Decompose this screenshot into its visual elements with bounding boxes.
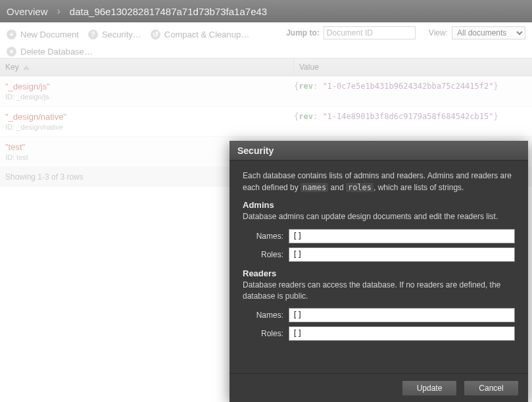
jump-view-bar: Jump to: View: All documents xyxy=(286,26,525,39)
table-row[interactable]: "_design/js" ID: _design/js {rev: "1-0c7… xyxy=(0,76,532,107)
readers-desc: Database readers can access the database… xyxy=(243,280,515,302)
new-document-button[interactable]: + New Document xyxy=(7,30,79,39)
compact-button[interactable]: ↺ Compact & Cleanup… xyxy=(151,30,249,39)
security-button[interactable]: ? Security… xyxy=(88,30,141,39)
code-names: names xyxy=(301,183,328,192)
doc-id: ID: _design/js xyxy=(5,93,294,101)
toolbar: + New Document ? Security… ↺ Compact & C… xyxy=(0,22,532,58)
plus-icon: + xyxy=(7,30,16,39)
doc-key: "_design/native" xyxy=(5,112,294,122)
view-select[interactable]: All documents xyxy=(452,26,525,39)
update-button[interactable]: Update xyxy=(402,380,457,396)
code-roles: roles xyxy=(346,183,374,192)
admins-names-input[interactable] xyxy=(289,229,515,243)
delete-database-button[interactable]: × Delete Database… xyxy=(7,47,93,57)
jump-to-label: Jump to: xyxy=(286,28,320,38)
column-header-value[interactable]: Value xyxy=(294,59,532,76)
breadcrumb: Overview › data_96e130282817487a71d73b73… xyxy=(0,0,532,22)
compact-label: Compact & Cleanup… xyxy=(164,30,249,39)
readers-heading: Readers xyxy=(243,268,515,278)
delete-database-label: Delete Database… xyxy=(20,47,93,57)
readers-names-input[interactable] xyxy=(289,308,515,322)
admins-heading: Admins xyxy=(243,200,515,210)
admins-desc: Database admins can update design docume… xyxy=(243,211,515,222)
doc-value: {rev: "1-14e8901b3f8d6c9179a58f684542cb1… xyxy=(294,112,527,131)
security-dialog: Security Each database contains lists of… xyxy=(230,141,528,402)
admins-roles-input[interactable] xyxy=(289,247,515,262)
table-row[interactable]: "_design/native" ID: _design/native {rev… xyxy=(0,107,532,137)
close-icon: × xyxy=(7,47,16,57)
jump-to-input[interactable] xyxy=(324,26,416,39)
breadcrumb-overview[interactable]: Overview xyxy=(7,6,48,17)
dialog-title: Security xyxy=(230,141,528,161)
column-header-key-label: Key xyxy=(5,63,19,72)
readers-roles-input[interactable] xyxy=(289,326,515,341)
readers-names-label: Names: xyxy=(243,311,283,320)
cancel-button[interactable]: Cancel xyxy=(464,380,519,396)
doc-key: "_design/js" xyxy=(5,82,294,91)
new-document-label: New Document xyxy=(20,30,79,39)
column-header-key[interactable]: Key xyxy=(0,59,294,76)
security-label: Security… xyxy=(102,30,141,39)
dialog-body: Each database contains lists of admins a… xyxy=(230,161,528,373)
dialog-buttons: Update Cancel xyxy=(230,373,528,402)
admins-roles-label: Roles: xyxy=(243,250,283,259)
breadcrumb-dbname: data_96e130282817487a71d73b73fa1a7e43 xyxy=(70,6,267,17)
question-icon: ? xyxy=(88,30,98,39)
doc-id: ID: _design/native xyxy=(5,123,294,131)
dialog-intro: Each database contains lists of admins a… xyxy=(243,170,515,193)
compact-icon: ↺ xyxy=(151,30,160,39)
view-label: View: xyxy=(429,28,448,38)
admins-names-label: Names: xyxy=(243,232,283,241)
sort-asc-icon xyxy=(23,65,30,70)
doc-value: {rev: "1-0c7e5e1b431b9624342bba75c24415f… xyxy=(294,82,527,101)
readers-roles-label: Roles: xyxy=(243,329,283,338)
table-header: Key Value xyxy=(0,58,532,76)
chevron-right-icon: › xyxy=(57,5,60,17)
